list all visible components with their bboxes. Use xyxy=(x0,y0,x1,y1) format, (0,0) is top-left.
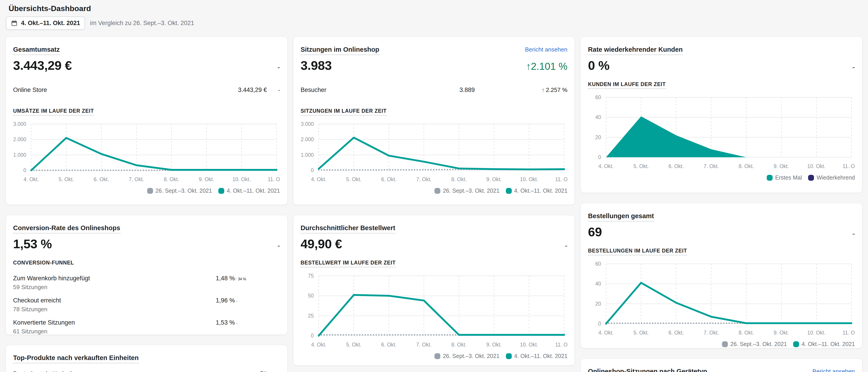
svg-text:7. Okt.: 7. Okt. xyxy=(416,176,432,182)
svg-text:11. Okt.: 11. Okt. xyxy=(555,176,567,182)
legend-swatch-icon xyxy=(722,341,728,347)
metric-row-label: Besucher xyxy=(301,87,460,94)
section-label-text: BESTELLUNGEN IM LAUFE DER ZEIT xyxy=(588,248,687,256)
chart-legend: 26. Sept.–3. Okt. 20214. Okt.–11. Okt. 2… xyxy=(588,341,855,347)
kunden-area-chart[interactable]: 02040604. Okt.5. Okt.6. Okt.7. Okt.8. Ok… xyxy=(588,94,855,171)
view-report-link[interactable]: Bericht ansehen xyxy=(525,45,567,54)
section-label[interactable]: BESTELLWERT IM LAUFE DER ZEIT xyxy=(301,260,567,266)
metric-row-change: - xyxy=(267,87,280,94)
view-report-link[interactable]: Bericht ansehen xyxy=(812,367,855,372)
legend-swatch-icon xyxy=(767,175,773,181)
funnel-row-change-value: - xyxy=(236,299,237,303)
funnel-row-change-value: 34 % xyxy=(238,277,246,281)
date-range-picker[interactable]: 4. Okt.–11. Okt. 2021 xyxy=(6,16,85,30)
legend-label: Erstes Mal xyxy=(775,174,802,181)
umsaetze-line-chart[interactable]: 01.0002.0003.0004. Okt.5. Okt.6. Okt.7. … xyxy=(13,121,280,184)
legend-item: 4. Okt.–11. Okt. 2021 xyxy=(793,341,855,347)
legend-item: 26. Sept.–3. Okt. 2021 xyxy=(434,353,499,359)
toolbar: 4. Okt.–11. Okt. 2021 im Vergleich zu 26… xyxy=(6,16,862,30)
svg-text:4. Okt.: 4. Okt. xyxy=(598,163,614,169)
funnel-row-sublabel: 61 Sitzungen xyxy=(13,328,216,335)
legend-item: 4. Okt.–11. Okt. 2021 xyxy=(218,188,280,194)
svg-text:4. Okt.: 4. Okt. xyxy=(598,330,614,336)
legend-item: 26. Sept.–3. Okt. 2021 xyxy=(147,188,212,194)
section-label[interactable]: KUNDEN IM LAUFE DER ZEIT xyxy=(588,81,855,88)
metric-value: 0 % xyxy=(588,58,610,73)
metric-row-change-value: - xyxy=(278,87,280,93)
bestellwert-line-chart[interactable]: 02550754. Okt.5. Okt.6. Okt.7. Okt.8. Ok… xyxy=(301,273,567,350)
card-title-text: Sitzungen im Onlineshop xyxy=(301,46,379,55)
legend-item: 26. Sept.–3. Okt. 2021 xyxy=(722,341,787,347)
product-name: Bunterbasteln Herbstbox xyxy=(13,370,260,372)
svg-text:5. Okt.: 5. Okt. xyxy=(59,176,74,182)
funnel-row-labels: Zum Warenkorb hinzugefügt 59 Sitzungen xyxy=(13,275,216,291)
svg-text:10. Okt.: 10. Okt. xyxy=(807,163,826,169)
funnel-row-change-value: - xyxy=(236,322,237,325)
card-title[interactable]: Durchschnittlicher Bestellwert xyxy=(301,224,395,232)
column-1: Gesamtumsatz 3.443,29 € - Online Store 3… xyxy=(6,37,287,372)
chart-legend: Erstes MalWiederkehrend xyxy=(588,174,855,181)
svg-text:7. Okt.: 7. Okt. xyxy=(704,163,719,169)
svg-text:6. Okt.: 6. Okt. xyxy=(381,176,397,182)
svg-text:9. Okt.: 9. Okt. xyxy=(486,342,502,348)
section-label: CONVERSION-FUNNEL xyxy=(13,260,280,266)
card-title[interactable]: Sitzungen im Onlineshop xyxy=(301,45,379,54)
legend-swatch-icon xyxy=(793,341,799,347)
funnel-row-label: Zum Warenkorb hinzugefügt xyxy=(13,275,216,282)
funnel-row-labels: Konvertierte Sitzungen 61 Sitzungen xyxy=(13,319,216,335)
section-label[interactable]: SITZUNGEN IM LAUFE DER ZEIT xyxy=(301,108,567,114)
legend-label: 26. Sept.–3. Okt. 2021 xyxy=(443,188,499,194)
svg-text:1.000: 1.000 xyxy=(13,152,26,158)
svg-text:2.000: 2.000 xyxy=(13,136,26,142)
card-title[interactable]: Bestellungen gesamt xyxy=(588,212,654,220)
card-title[interactable]: Rate wiederkehrender Kunden xyxy=(588,45,683,54)
section-label[interactable]: UMSÄTZE IM LAUFE DER ZEIT xyxy=(13,108,280,114)
svg-text:8. Okt.: 8. Okt. xyxy=(164,176,179,182)
svg-text:11. Okt.: 11. Okt. xyxy=(555,342,567,348)
svg-text:4. Okt.: 4. Okt. xyxy=(24,176,39,182)
legend-swatch-icon xyxy=(218,188,224,194)
legend-label: 4. Okt.–11. Okt. 2021 xyxy=(227,188,280,194)
funnel-row-sublabel: 78 Sitzungen xyxy=(13,306,216,313)
metric-value: 69 xyxy=(588,224,602,240)
card-title[interactable]: Conversion-Rate des Onlineshops xyxy=(13,224,120,232)
date-range-label: 4. Okt.–11. Okt. 2021 xyxy=(21,20,80,27)
legend-swatch-icon xyxy=(434,188,440,194)
svg-text:6. Okt.: 6. Okt. xyxy=(669,163,684,169)
svg-text:3.000: 3.000 xyxy=(13,121,26,127)
section-label[interactable]: BESTELLUNGEN IM LAUFE DER ZEIT xyxy=(588,248,855,254)
product-row: Bunterbasteln Herbstbox 71 - xyxy=(13,370,280,372)
svg-text:8. Okt.: 8. Okt. xyxy=(451,176,467,182)
svg-text:75: 75 xyxy=(308,273,314,279)
card-title[interactable]: Onlineshop-Sitzungen nach Gerätetyp xyxy=(588,367,707,372)
legend-swatch-icon xyxy=(506,353,512,359)
svg-text:6. Okt.: 6. Okt. xyxy=(669,330,684,336)
card-title[interactable]: Top-Produkte nach verkauften Einheiten xyxy=(13,354,138,362)
svg-text:2.000: 2.000 xyxy=(301,136,314,142)
legend-item: Wiederkehrend xyxy=(808,174,855,181)
product-change: - xyxy=(267,370,280,372)
svg-text:0: 0 xyxy=(598,154,601,160)
metric-value: 3.443,29 € xyxy=(13,58,72,73)
card-title-text: Top-Produkte nach verkauften Einheiten xyxy=(13,354,138,364)
metric-row-label: Online Store xyxy=(13,87,238,94)
legend-item: Erstes Mal xyxy=(767,174,802,181)
svg-text:7. Okt.: 7. Okt. xyxy=(704,330,719,336)
funnel-row: Konvertierte Sitzungen 61 Sitzungen 1,53… xyxy=(13,319,280,335)
product-units: 71 xyxy=(260,370,267,372)
svg-text:6. Okt.: 6. Okt. xyxy=(94,176,109,182)
legend-item: 4. Okt.–11. Okt. 2021 xyxy=(506,188,567,194)
card-sitzungen: Sitzungen im Onlineshop Bericht ansehen … xyxy=(293,37,575,205)
metric-change: ↑2.101 % xyxy=(526,61,567,72)
metric-change: - xyxy=(565,241,567,250)
sitzungen-line-chart[interactable]: 01.0002.0003.0004. Okt.5. Okt.6. Okt.7. … xyxy=(301,121,567,184)
metric-change: - xyxy=(277,63,280,72)
metric-row-change-value: 2.257 % xyxy=(546,87,567,93)
svg-text:9. Okt.: 9. Okt. xyxy=(774,330,789,336)
legend-item: 26. Sept.–3. Okt. 2021 xyxy=(434,188,499,194)
svg-text:8. Okt.: 8. Okt. xyxy=(739,163,754,169)
bestellungen-line-chart[interactable]: 02040604. Okt.5. Okt.6. Okt.7. Okt.8. Ok… xyxy=(588,261,855,338)
legend-label: 26. Sept.–3. Okt. 2021 xyxy=(443,353,499,359)
svg-text:10. Okt.: 10. Okt. xyxy=(520,176,538,182)
card-title[interactable]: Gesamtumsatz xyxy=(13,45,60,54)
